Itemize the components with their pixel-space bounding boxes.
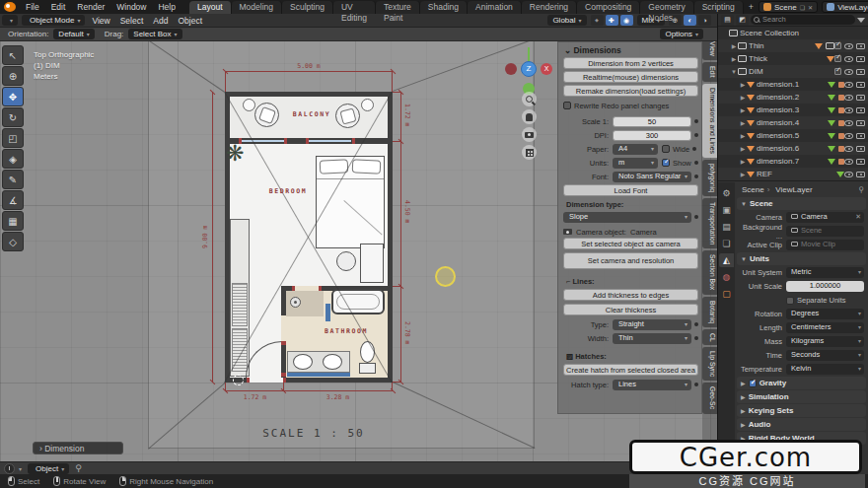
hide-eye-icon[interactable] bbox=[844, 146, 853, 152]
sidebar-tab-transportation[interactable]: Transportation bbox=[702, 198, 717, 249]
hide-eye-icon[interactable] bbox=[844, 95, 853, 101]
animate-dot[interactable] bbox=[694, 322, 698, 326]
scale-tool-icon[interactable]: ◰ bbox=[2, 128, 24, 148]
outliner-row-dimension-2[interactable]: ▶dimension.2 bbox=[718, 91, 868, 104]
transform-orientation-dropdown[interactable]: Global▾ bbox=[547, 15, 586, 26]
expand-icon[interactable]: ▶ bbox=[730, 42, 738, 49]
view-layer-properties-tab[interactable]: ❏ bbox=[719, 237, 734, 250]
orientation-dropdown[interactable]: Default▾ bbox=[53, 29, 94, 39]
rotate-tool-icon[interactable]: ↻ bbox=[2, 107, 24, 127]
active-clip-field[interactable]: Movie Clip bbox=[786, 240, 864, 250]
workspace-tab-shading[interactable]: Shading bbox=[420, 1, 468, 14]
hatch-type-dropdown[interactable]: Lines bbox=[613, 380, 691, 390]
hide-eye-icon[interactable] bbox=[844, 159, 853, 165]
remake-dimension-button[interactable]: Remake dimension(load settings) bbox=[563, 85, 698, 97]
set-selected-camera-button[interactable]: Set selected object as camera bbox=[563, 238, 698, 249]
filter-icon[interactable] bbox=[857, 18, 865, 23]
expand-icon[interactable]: ▶ bbox=[739, 119, 747, 126]
outliner-editor-icon[interactable]: ▤ bbox=[721, 15, 734, 26]
pan-hand-icon[interactable] bbox=[522, 109, 537, 124]
expand-icon[interactable]: ▶ bbox=[739, 171, 747, 177]
menu-edit[interactable]: Edit bbox=[45, 0, 72, 14]
exclude-checkbox[interactable] bbox=[834, 55, 841, 62]
menu-render[interactable]: Render bbox=[71, 0, 110, 14]
hide-eye-icon[interactable] bbox=[844, 69, 853, 75]
clear-thickness-button[interactable]: Clear thickness bbox=[563, 304, 698, 315]
mode-dropdown[interactable]: Object Mode▾ bbox=[22, 15, 85, 26]
wide-checkbox[interactable] bbox=[662, 145, 670, 153]
viewlayer-selector[interactable]: ViewLayer ❏ bbox=[822, 1, 868, 13]
scene-selector[interactable]: Scene ❏ ✕ bbox=[759, 1, 818, 13]
shading-mode-icon[interactable]: ◑ bbox=[698, 15, 711, 26]
animate-dot[interactable] bbox=[694, 383, 698, 386]
dimension-type-dropdown[interactable]: Slope bbox=[563, 212, 691, 223]
outliner-row-thin[interactable]: ▶Thin bbox=[718, 39, 868, 52]
gizmo-z-axis[interactable]: Z bbox=[521, 61, 537, 77]
object-properties-tab[interactable]: ▢ bbox=[719, 287, 734, 301]
scene-panel-header[interactable]: ▼Scene bbox=[737, 197, 866, 210]
temperature-field[interactable]: Kelvin bbox=[786, 364, 864, 375]
workspace-tab-texture-paint[interactable]: Texture Paint bbox=[376, 1, 420, 14]
breadcrumb-viewlayer[interactable]: ViewLayer bbox=[775, 185, 812, 194]
ortho-toggle-icon[interactable] bbox=[522, 145, 537, 160]
collapse-icon[interactable]: ▼ bbox=[730, 69, 738, 75]
hide-eye-icon[interactable] bbox=[844, 120, 853, 126]
disable-render-icon[interactable] bbox=[856, 82, 865, 88]
disable-render-icon[interactable] bbox=[856, 107, 865, 113]
panel-header-gravity[interactable]: ▶Gravity bbox=[737, 377, 866, 389]
sidebar-tab-botaniq[interactable]: Botaniq bbox=[702, 297, 717, 327]
unlink-scene-icon[interactable]: ✕ bbox=[808, 4, 813, 11]
move-tool-icon[interactable]: ✥ bbox=[2, 87, 24, 106]
pin-icon[interactable]: ⚲ bbox=[858, 185, 864, 194]
realtime-dimensions-button[interactable]: Realtime(mouse) dimensions bbox=[563, 71, 698, 83]
snap-toggle-icon[interactable]: ✚ bbox=[606, 15, 618, 26]
add-thickness-button[interactable]: Add thickness to edges bbox=[563, 289, 698, 301]
expand-icon[interactable]: ▶ bbox=[730, 55, 738, 62]
zoom-icon[interactable] bbox=[522, 92, 537, 106]
timeline-pin-icon[interactable]: ⚲ bbox=[75, 463, 82, 473]
workspace-tab-layout[interactable]: Layout bbox=[189, 1, 232, 14]
outliner-row-dimension-6[interactable]: ▶dimension.6 bbox=[718, 142, 868, 155]
hide-eye-icon[interactable] bbox=[844, 43, 853, 49]
timeline-editor-icon[interactable] bbox=[4, 463, 15, 474]
font-dropdown[interactable]: Noto Sans Regular bbox=[613, 172, 691, 182]
clear-icon[interactable]: ✕ bbox=[855, 212, 861, 222]
workspace-tab-uv-editing[interactable]: UV Editing bbox=[333, 1, 376, 14]
expand-icon[interactable]: ▶ bbox=[739, 106, 747, 113]
sidebar-tab-lip-sync[interactable]: Lip Sync bbox=[702, 347, 717, 381]
workspace-tab-scripting[interactable]: Scripting bbox=[694, 1, 744, 14]
drag-dropdown[interactable]: Select Box▾ bbox=[128, 29, 181, 39]
add-primitive-tool-icon[interactable]: ◇ bbox=[2, 232, 24, 251]
tool-properties-tab[interactable]: ⚙ bbox=[719, 186, 734, 200]
hide-eye-icon[interactable] bbox=[844, 133, 853, 139]
rewrite-redo-checkbox[interactable] bbox=[563, 102, 571, 109]
exclude-checkbox[interactable] bbox=[834, 68, 841, 75]
disable-render-icon[interactable] bbox=[856, 159, 865, 165]
disable-render-icon[interactable] bbox=[856, 172, 865, 177]
disable-render-icon[interactable] bbox=[856, 133, 865, 139]
timeline-object-dropdown[interactable]: Object▾ bbox=[28, 463, 69, 474]
add-cube-tool-icon[interactable]: ▦ bbox=[2, 211, 24, 231]
copy-scene-icon[interactable]: ❏ bbox=[800, 4, 805, 11]
show-overlays-icon[interactable]: ◐ bbox=[684, 15, 696, 26]
outliner-row-ref[interactable]: ▶REF bbox=[718, 168, 868, 180]
workspace-tab-rendering[interactable]: Rendering bbox=[522, 1, 577, 14]
line-type-dropdown[interactable]: Straight bbox=[613, 319, 691, 330]
background-field[interactable]: Scene bbox=[786, 226, 864, 237]
disable-render-icon[interactable] bbox=[856, 56, 865, 62]
time-field[interactable]: Seconds bbox=[786, 350, 864, 361]
panel-checkbox[interactable] bbox=[749, 380, 757, 387]
line-width-dropdown[interactable]: Thin bbox=[613, 333, 691, 344]
panel-header-keying-sets[interactable]: ▶Keying Sets bbox=[737, 404, 866, 417]
viewport-menu-select[interactable]: Select bbox=[115, 16, 149, 26]
sidebar-tab-section-box[interactable]: Section Box bbox=[702, 250, 717, 294]
mass-field[interactable]: Kilograms bbox=[786, 336, 864, 347]
viewport-3d[interactable]: Top Orthographic (1) DIM Meters BALCONY … bbox=[0, 28, 717, 461]
animate-dot[interactable] bbox=[694, 174, 698, 178]
exclude-checkbox[interactable] bbox=[834, 42, 841, 49]
workspace-tab-sculpting[interactable]: Sculpting bbox=[282, 1, 333, 14]
rotation-field[interactable]: Degrees bbox=[786, 309, 864, 319]
workspace-tab-geometry-nodes[interactable]: Geometry Nodes bbox=[640, 1, 693, 14]
hide-eye-icon[interactable] bbox=[844, 82, 853, 88]
workspace-tab-compositing[interactable]: Compositing bbox=[577, 1, 640, 14]
